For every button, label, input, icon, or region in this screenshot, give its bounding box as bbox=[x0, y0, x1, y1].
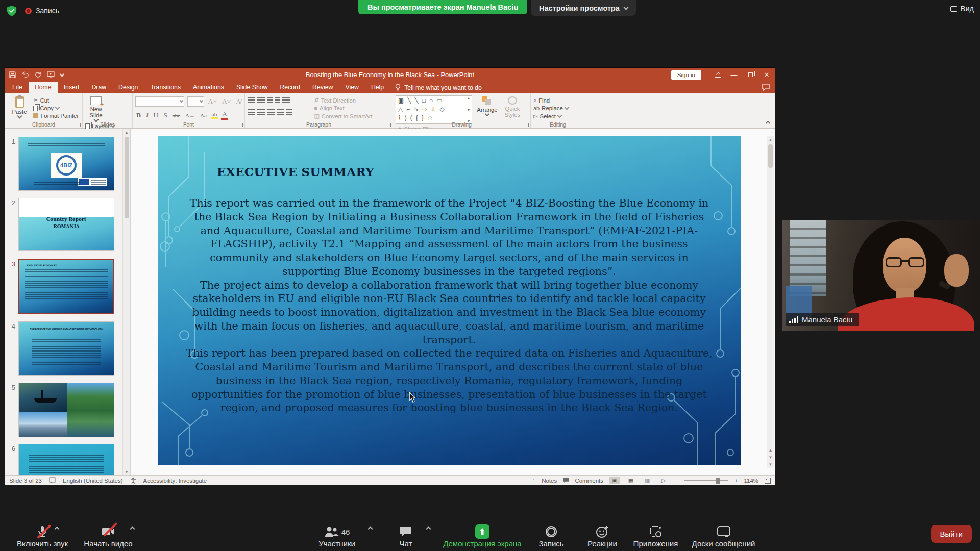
scrollbar-thumb[interactable] bbox=[768, 144, 773, 168]
fit-to-window-icon[interactable] bbox=[765, 478, 771, 484]
shapes-scroll[interactable]: ▲▼▼ bbox=[465, 96, 472, 123]
drawing-dialog-launcher[interactable] bbox=[525, 123, 529, 127]
tab-slide-show[interactable]: Slide Show bbox=[230, 82, 274, 93]
align-text-button[interactable]: ≡Align Text bbox=[314, 105, 372, 111]
slide-thumbnail-5-photos[interactable] bbox=[18, 383, 114, 437]
columns-button[interactable] bbox=[286, 109, 292, 115]
slide-area-scrollbar[interactable]: ▲ ▲ ▼ ▼ bbox=[767, 136, 774, 468]
tab-help[interactable]: Help bbox=[365, 82, 390, 93]
tab-draw[interactable]: Draw bbox=[85, 82, 112, 93]
justify-button[interactable] bbox=[277, 109, 284, 115]
align-left-button[interactable] bbox=[248, 109, 255, 115]
zoom-out-button[interactable]: − bbox=[675, 478, 678, 484]
slide-thumbnail-1[interactable]: 4BiZ bbox=[18, 137, 114, 191]
reading-view-button[interactable]: ▥ bbox=[642, 477, 652, 484]
font-name-combo[interactable] bbox=[135, 96, 184, 107]
shapes-gallery[interactable]: ▣╲╲□○▭ △⌐↳⇨⇩◇ ⌇)({}☆ ▲▼▼ bbox=[396, 95, 472, 124]
bullets-button[interactable] bbox=[248, 97, 255, 103]
tab-view[interactable]: View bbox=[339, 82, 364, 93]
align-right-button[interactable] bbox=[267, 109, 275, 115]
tab-record[interactable]: Record bbox=[274, 82, 306, 93]
comments-button[interactable]: Comments bbox=[563, 478, 603, 484]
scroll-down-icon[interactable]: ▼ bbox=[123, 468, 131, 475]
zoom-level[interactable]: 114% bbox=[744, 478, 758, 484]
security-shield-icon[interactable] bbox=[6, 5, 17, 16]
tab-design[interactable]: Design bbox=[112, 82, 144, 93]
slide-canvas[interactable]: EXECUTIVE SUMMARY This report was carrie… bbox=[158, 136, 741, 465]
increase-indent-button[interactable] bbox=[275, 97, 280, 103]
restore-button[interactable] bbox=[742, 68, 758, 82]
tab-file[interactable]: File bbox=[6, 82, 29, 93]
share-screen-button[interactable]: Демонстрация экрана bbox=[439, 524, 526, 548]
select-button[interactable]: ▻Select bbox=[533, 113, 569, 119]
scroll-up-icon[interactable]: ▲ bbox=[123, 129, 131, 136]
tab-animations[interactable]: Animations bbox=[187, 82, 230, 93]
tab-home[interactable]: Home bbox=[29, 82, 58, 93]
spell-check-icon[interactable] bbox=[49, 477, 56, 484]
reactions-button[interactable]: Реакции bbox=[579, 524, 625, 548]
paste-button[interactable]: Paste bbox=[8, 95, 31, 118]
bold-button[interactable]: B bbox=[135, 111, 142, 119]
format-painter-button[interactable]: Format Painter bbox=[33, 113, 79, 119]
italic-button[interactable]: I bbox=[145, 111, 150, 119]
paragraph-dialog-launcher[interactable] bbox=[387, 123, 391, 127]
scroll-down-icon[interactable]: ▼ bbox=[767, 461, 774, 468]
slide-number-indicator[interactable]: Slide 3 of 23 bbox=[9, 478, 42, 484]
slideshow-view-button[interactable]: ▷ bbox=[658, 477, 669, 484]
minimize-button[interactable]: — bbox=[726, 68, 742, 82]
comments-icon[interactable] bbox=[762, 84, 770, 91]
clear-formatting-button[interactable]: A̸ bbox=[235, 97, 242, 106]
slide-thumbnail-2[interactable]: Country Report ROMANIA bbox=[18, 198, 114, 251]
character-spacing-button[interactable]: A↔ bbox=[184, 112, 196, 118]
thumbnail-scrollbar[interactable]: ▲ ▼ bbox=[122, 129, 130, 475]
font-color-button[interactable]: A bbox=[221, 110, 228, 120]
font-size-combo[interactable] bbox=[187, 96, 204, 107]
next-slide-button[interactable]: ▼ bbox=[767, 454, 774, 461]
close-button[interactable]: ✕ bbox=[758, 68, 775, 82]
shadow-button[interactable]: abc bbox=[172, 112, 181, 118]
convert-smartart-button[interactable]: ◫Convert to SmartArt bbox=[314, 113, 372, 119]
clipboard-dialog-launcher[interactable] bbox=[77, 123, 81, 127]
ribbon-display-options-button[interactable] bbox=[709, 68, 726, 82]
align-center-button[interactable] bbox=[257, 109, 265, 115]
leave-meeting-button[interactable]: Выйти bbox=[931, 525, 972, 543]
sign-in-button[interactable]: Sign in bbox=[671, 70, 701, 80]
notes-button[interactable]: ≐ Notes bbox=[531, 477, 557, 484]
change-case-button[interactable]: Aa bbox=[199, 112, 208, 118]
previous-slide-button[interactable]: ▲ bbox=[767, 446, 774, 454]
slide-thumbnail-3-selected[interactable]: EXECUTIVE SUMMARY bbox=[18, 259, 114, 314]
new-slide-button[interactable]: New Slide bbox=[85, 95, 107, 121]
zoom-slider[interactable] bbox=[684, 480, 728, 481]
zoom-slider-thumb[interactable] bbox=[716, 478, 720, 484]
line-spacing-button[interactable] bbox=[282, 97, 290, 103]
replace-button[interactable]: abReplace bbox=[533, 105, 569, 111]
collapse-ribbon-button[interactable] bbox=[766, 121, 771, 126]
copy-button[interactable]: Copy bbox=[33, 105, 79, 111]
participants-button[interactable]: 46 Участники bbox=[306, 524, 368, 548]
strikethrough-button[interactable]: S bbox=[162, 111, 168, 119]
powerpoint-titlebar[interactable]: Boosting the Blue Economy in the Black S… bbox=[5, 68, 775, 82]
scroll-up-icon[interactable]: ▲ bbox=[767, 136, 774, 143]
text-direction-button[interactable]: ⇵Text Direction bbox=[314, 97, 372, 104]
arrange-button[interactable]: Arrange bbox=[474, 95, 500, 116]
accessibility-status[interactable]: Accessibility: Investigate bbox=[143, 478, 207, 484]
slide-thumbnail-6[interactable] bbox=[18, 444, 114, 475]
find-button[interactable]: ⌕Find bbox=[533, 97, 569, 104]
tab-review[interactable]: Review bbox=[306, 82, 339, 93]
unmute-button[interactable]: Включить звук bbox=[9, 524, 76, 548]
text-highlight-button[interactable]: ab bbox=[211, 111, 218, 119]
numbering-button[interactable] bbox=[257, 97, 265, 103]
slide-sorter-view-button[interactable]: ▦ bbox=[626, 477, 636, 484]
cut-button[interactable]: ✂Cut bbox=[33, 97, 79, 104]
start-video-button[interactable]: Начать видео bbox=[78, 524, 139, 548]
zoom-in-button[interactable]: + bbox=[734, 478, 738, 484]
chat-button[interactable]: Чат bbox=[388, 524, 424, 548]
decrease-indent-button[interactable] bbox=[267, 97, 273, 103]
tab-transitions[interactable]: Transitions bbox=[144, 82, 187, 93]
tab-insert[interactable]: Insert bbox=[58, 82, 86, 93]
shrink-font-button[interactable]: A˅ bbox=[221, 97, 232, 106]
view-button[interactable]: Вид bbox=[950, 5, 974, 13]
quick-styles-button[interactable]: Quick Styles bbox=[502, 95, 523, 118]
slide-heading[interactable]: EXECUTIVE SUMMARY bbox=[217, 165, 374, 179]
whiteboards-button[interactable]: Доски сообщений bbox=[687, 524, 761, 548]
